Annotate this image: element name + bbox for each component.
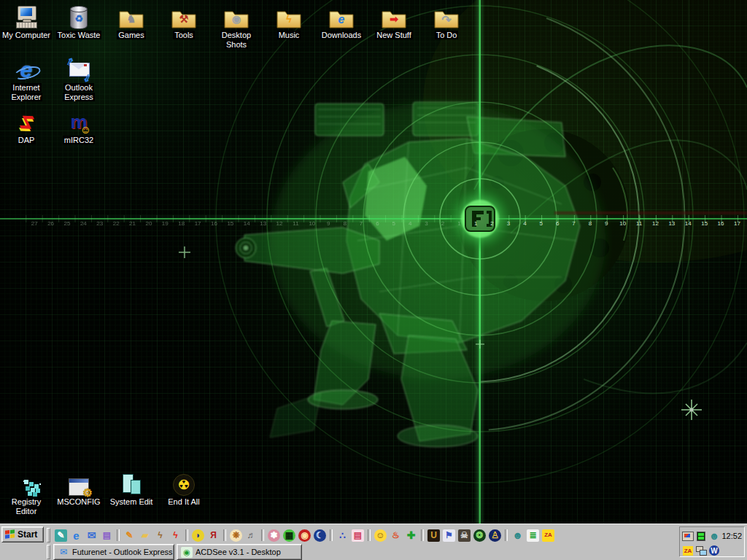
icon-label: mIRC32 [63, 136, 95, 144]
desktop-icon-new-stuff[interactable]: ➡ New Stuff [368, 3, 420, 40]
power-plug-icon[interactable]: ϟ [152, 528, 168, 542]
quicklaunch-glyph [330, 529, 333, 541]
game-navy-ball-icon[interactable]: ♙ [487, 528, 503, 542]
end-it-all-icon: ☢ [158, 470, 210, 496]
icon-label: Games [117, 31, 145, 39]
smiley-hand-icon[interactable]: ☺ [373, 528, 388, 542]
quick-launch-handle[interactable] [47, 528, 50, 542]
internet-explorer-icon[interactable]: e [69, 528, 84, 542]
my-computer-icon [0, 3, 53, 29]
system-tray: ☻ 12:52 ZA W [679, 526, 745, 557]
desktop: 1234567891011121314151617 27262524232221… [0, 0, 747, 524]
icon-label: Outlook Express [63, 83, 95, 101]
checker-ball-icon[interactable]: ▦ [282, 528, 297, 542]
separator [328, 528, 335, 542]
quicklaunch-glyph: ⚑ [443, 529, 455, 542]
task-button-acdsee[interactable]: ◉ ACDSee v3.1 - Desktop [177, 544, 302, 560]
quicklaunch-glyph: ▤ [101, 529, 113, 542]
task-list-icon[interactable]: ≣ [525, 528, 541, 542]
to-do-folder-icon: ↷ [420, 3, 473, 29]
quicklaunch-glyph: ♙ [489, 529, 501, 542]
green-plus-icon[interactable]: ✚ [403, 528, 419, 542]
quicklaunch-glyph: ♨ [390, 529, 402, 542]
quicklaunch-glyph: ♬ [245, 529, 258, 542]
connection-meter-icon[interactable] [695, 530, 707, 542]
icon-label: MSCONFIG [55, 497, 101, 506]
task-button-outlook-express[interactable]: ✉ Futurenet - Outlook Express [53, 544, 174, 560]
separator [419, 528, 426, 542]
fish-ball-icon[interactable]: ◉ [297, 528, 312, 542]
icon-label: Internet Explorer [10, 83, 43, 101]
quicklaunch-glyph: ☺ [374, 529, 387, 542]
desktop-icon-registry-editor[interactable]: Registry Editor [0, 470, 53, 516]
tray-clock[interactable]: 12:52 [721, 532, 742, 540]
desktop-icon-outlook-express[interactable]: ⇗⇗ Outlook Express [53, 55, 105, 102]
online-status-icon[interactable]: ☻ [708, 530, 720, 542]
paint-palette-icon[interactable]: ❋ [228, 528, 244, 542]
desktop-icon-internet-explorer[interactable]: e Internet Explorer [0, 55, 53, 102]
desktop-icon-music[interactable]: ϟ Music [263, 3, 315, 40]
webshots-tray-icon[interactable]: W [708, 545, 720, 556]
game-beetle-icon[interactable]: ❂ [472, 528, 487, 542]
moon-ball-icon[interactable]: ☾ [312, 528, 328, 542]
mirc-icon: m☺ [53, 108, 105, 134]
volume-mute-icon[interactable]: ♬ [244, 528, 259, 542]
network-tray-icon[interactable] [695, 545, 707, 556]
display-settings-icon[interactable] [682, 530, 694, 542]
desktop-icon-my-computer[interactable]: My Computer [0, 3, 53, 40]
desktop-icon-games[interactable]: ♞ Games [105, 3, 158, 40]
wallpaper-mech-radar [0, 0, 747, 524]
separator [365, 528, 373, 542]
icon-label: DAP [17, 136, 36, 144]
quicklaunch-glyph [505, 529, 508, 541]
desktop-icon-system-edit[interactable]: System Edit [105, 470, 158, 507]
start-button[interactable]: Start [1, 526, 44, 542]
quicklaunch-glyph: ◗ [192, 529, 204, 542]
winamp-icon[interactable]: ♨ [388, 528, 403, 542]
desktop-icon-to-do[interactable]: ↷ To Do [420, 3, 473, 40]
zonealarm-icon[interactable]: ZA [541, 528, 556, 542]
separator [183, 528, 190, 542]
desktop-icon-downloads[interactable]: e Downloads [315, 3, 368, 40]
molecule-icon[interactable]: ∴ [335, 528, 350, 542]
icon-label: Tools [173, 31, 195, 39]
desktop-shots-folder-icon: ◉ [210, 3, 263, 29]
game-unreal-icon[interactable]: U [426, 528, 441, 542]
desktop-icon-end-it-all[interactable]: ☢ End It All [158, 470, 210, 507]
desktop-icon-dap[interactable]: ϟ DAP [0, 108, 53, 145]
show-desktop-icon[interactable]: ✎ [53, 528, 69, 542]
game-skull-icon[interactable]: ☠ [457, 528, 472, 542]
quicklaunch-glyph: e [70, 529, 82, 542]
game-flag-icon[interactable]: ⚑ [441, 528, 457, 542]
separator [259, 528, 266, 542]
task-button-row: ✉ Futurenet - Outlook Express ◉ ACDSee v… [45, 544, 304, 560]
msconfig-icon: ⚙ [53, 470, 105, 496]
registry-editor-icon [0, 470, 53, 496]
task-row-handle[interactable] [47, 545, 50, 559]
opera-ball-icon[interactable]: ◗ [190, 528, 206, 542]
quicklaunch-glyph [223, 529, 226, 541]
red-grid-icon[interactable]: ▤ [350, 528, 365, 542]
outlook-express-icon[interactable]: ✉ [84, 528, 99, 542]
pencil-cup-icon[interactable]: ✎ [122, 528, 137, 542]
games-folder-icon: ♞ [105, 3, 158, 29]
quicklaunch-glyph: ❋ [230, 529, 242, 542]
folder-shortcut-icon[interactable]: ▰ [137, 528, 152, 542]
contact-person-icon[interactable]: ☻ [510, 528, 525, 542]
icon-label: Registry Editor [10, 497, 42, 516]
desktop-icon-toxic-waste[interactable]: ♻ Toxic Waste [53, 3, 105, 40]
desktop-icon-tools[interactable]: ⚒ Tools [158, 3, 210, 40]
icon-label: System Edit [109, 497, 155, 506]
flower-ball-icon[interactable]: ✽ [266, 528, 282, 542]
quicklaunch-glyph [261, 529, 264, 541]
zonealarm-tray-icon[interactable]: ZA [682, 545, 694, 556]
address-book-icon[interactable]: ▤ [99, 528, 115, 542]
desktop-icon-mirc32[interactable]: m☺ mIRC32 [53, 108, 105, 145]
music-folder-icon: ϟ [263, 3, 315, 29]
dap-lightning-icon[interactable]: ϟ [168, 528, 183, 542]
desktop-icon-msconfig[interactable]: ⚙ MSCONFIG [53, 470, 105, 507]
desktop-icon-desktop-shots[interactable]: ◉ Desktop Shots [210, 3, 263, 50]
recycle-bin-icon: ♻ [53, 3, 105, 29]
red-r-logo-icon[interactable]: Я [206, 528, 221, 542]
quicklaunch-glyph: ϟ [154, 529, 166, 542]
